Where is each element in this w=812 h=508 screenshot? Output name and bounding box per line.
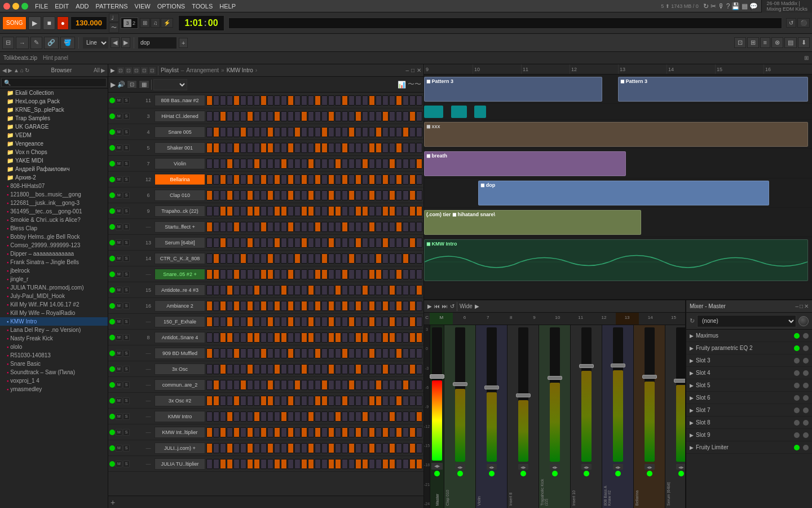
- channel-solo-btn[interactable]: S: [123, 97, 130, 104]
- step-button[interactable]: [362, 301, 368, 311]
- step-button[interactable]: [328, 317, 334, 327]
- step-button[interactable]: [403, 301, 409, 311]
- icon-s3[interactable]: ⊡: [133, 67, 140, 74]
- step-button[interactable]: [301, 285, 307, 295]
- step-button[interactable]: [315, 459, 321, 469]
- step-button[interactable]: [342, 348, 348, 358]
- step-button[interactable]: [362, 427, 368, 437]
- step-button[interactable]: [240, 127, 246, 137]
- step-button[interactable]: [315, 143, 321, 153]
- ch-label[interactable]: 9: [523, 313, 546, 325]
- file-item[interactable]: ▪ Kill My Wife – RoyalRadio: [0, 309, 108, 317]
- step-button[interactable]: [342, 159, 348, 169]
- step-button[interactable]: [288, 111, 294, 121]
- step-button[interactable]: [403, 411, 409, 422]
- step-button[interactable]: [274, 459, 280, 469]
- step-button[interactable]: [247, 317, 253, 327]
- effect-solo-dot[interactable]: [803, 420, 809, 426]
- step-button[interactable]: [206, 443, 213, 453]
- channel-solo-btn[interactable]: S: [123, 303, 130, 309]
- step-button[interactable]: [267, 159, 273, 169]
- step-button[interactable]: [416, 285, 422, 295]
- step-button[interactable]: [396, 238, 402, 248]
- step-button[interactable]: [328, 238, 334, 248]
- channel-active-dot[interactable]: [109, 240, 115, 246]
- step-button[interactable]: [227, 143, 233, 153]
- step-button[interactable]: [301, 206, 307, 216]
- step-button[interactable]: [403, 332, 409, 343]
- ch-left-right[interactable]: ◀▶: [581, 464, 592, 470]
- step-button[interactable]: [355, 143, 361, 153]
- step-button[interactable]: [247, 95, 253, 106]
- channel-active-dot[interactable]: [109, 145, 115, 151]
- icon-chat[interactable]: 💬: [749, 2, 758, 10]
- effect-active-dot[interactable]: [794, 333, 800, 339]
- step-button[interactable]: [355, 285, 361, 295]
- icon-link[interactable]: 🔗: [44, 37, 59, 49]
- channel-fader-area[interactable]: [455, 327, 465, 462]
- step-button[interactable]: [261, 269, 267, 279]
- step-button[interactable]: [342, 95, 348, 106]
- step-button[interactable]: [362, 222, 368, 232]
- step-button[interactable]: [254, 222, 260, 232]
- step-button[interactable]: [261, 222, 267, 232]
- step-button[interactable]: [254, 111, 260, 121]
- step-button[interactable]: [409, 411, 416, 422]
- effect-fruity-limiter[interactable]: ▶ Fruity Limiter: [686, 441, 812, 454]
- step-button[interactable]: [416, 427, 422, 437]
- step-button[interactable]: [261, 190, 267, 200]
- channel-solo-btn[interactable]: S: [123, 239, 130, 246]
- step-button[interactable]: [348, 143, 355, 153]
- step-button[interactable]: [308, 159, 314, 169]
- ch-label[interactable]: M: [430, 313, 453, 325]
- step-button[interactable]: [396, 285, 402, 295]
- step-button[interactable]: [416, 206, 422, 216]
- step-button[interactable]: [267, 190, 273, 200]
- step-button[interactable]: [301, 253, 307, 264]
- channel-name-button[interactable]: JULI..j.com) +: [155, 443, 205, 454]
- maximize-button[interactable]: [21, 3, 28, 10]
- step-button[interactable]: [376, 143, 382, 153]
- channel-solo-btn[interactable]: S: [123, 318, 130, 325]
- step-button[interactable]: [206, 301, 213, 311]
- step-button[interactable]: [247, 269, 253, 279]
- step-button[interactable]: [261, 332, 267, 343]
- step-button[interactable]: [274, 443, 280, 453]
- step-button[interactable]: [396, 396, 402, 406]
- step-button[interactable]: [355, 427, 361, 437]
- icon-forward[interactable]: ▶: [8, 67, 12, 73]
- step-button[interactable]: [261, 159, 267, 169]
- step-button[interactable]: [389, 206, 395, 216]
- step-button[interactable]: [261, 143, 267, 153]
- step-button[interactable]: [362, 396, 368, 406]
- file-item[interactable]: ▪ Soundtrack – Saw (Пила): [0, 368, 108, 376]
- step-button[interactable]: [321, 364, 328, 374]
- master-send-select[interactable]: (none): [697, 315, 796, 327]
- step-button[interactable]: [328, 285, 334, 295]
- step-button[interactable]: [301, 380, 307, 390]
- effect-solo-dot[interactable]: [803, 432, 809, 438]
- file-item[interactable]: ▪ July-Paul_MIDI_Hook: [0, 292, 108, 300]
- master-fader-handle[interactable]: [430, 374, 444, 379]
- step-button[interactable]: [315, 364, 321, 374]
- step-button[interactable]: [355, 301, 361, 311]
- step-button[interactable]: [396, 364, 402, 374]
- step-button[interactable]: [227, 253, 233, 264]
- step-button[interactable]: [288, 396, 294, 406]
- folder-item[interactable]: 📁 KRNE_Sp..plePack: [0, 106, 108, 114]
- channel-solo-btn[interactable]: S: [123, 334, 130, 341]
- icon-scissors[interactable]: ✂: [710, 2, 716, 10]
- step-button[interactable]: [206, 364, 213, 374]
- step-button[interactable]: [294, 190, 301, 200]
- step-button[interactable]: [254, 317, 260, 327]
- step-button[interactable]: [274, 396, 280, 406]
- step-button[interactable]: [206, 396, 213, 406]
- step-button[interactable]: [403, 427, 409, 437]
- step-button[interactable]: [355, 253, 361, 264]
- step-button[interactable]: [382, 364, 389, 374]
- step-button[interactable]: [288, 348, 294, 358]
- channel-solo-btn[interactable]: S: [123, 366, 130, 373]
- step-button[interactable]: [389, 364, 395, 374]
- step-button[interactable]: [376, 206, 382, 216]
- step-button[interactable]: [376, 95, 382, 106]
